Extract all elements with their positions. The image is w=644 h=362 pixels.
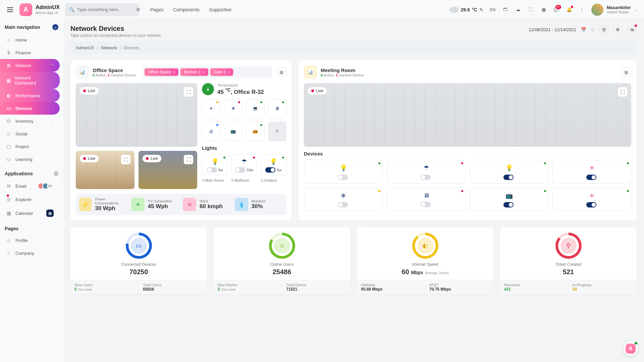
camera-office-main[interactable]: Live ⛶ [76,83,197,147]
camera-kitchen[interactable]: Live ⛶ [76,151,135,189]
device-tile-cast[interactable]: 📺 [224,122,243,141]
search-box[interactable]: 🔍 ⚙ [65,3,139,16]
fullscreen-icon[interactable]: ⛶ [528,6,534,13]
cart-icon[interactable]: 🛍 [627,25,637,34]
expand-icon[interactable]: ⛶ [184,155,193,164]
device-tile-fan[interactable]: ✳ [552,160,631,184]
sidebar-item-home[interactable]: ⌂Home› [0,34,60,46]
light-tile[interactable]: 💡9w [202,154,228,175]
device-tile-snow[interactable]: ❄ [304,188,383,212]
expand-icon[interactable]: ⛶ [121,155,130,164]
page-company[interactable]: ⌂Company⌄ [0,247,60,259]
device-tile-desktop[interactable]: 🖥 [268,99,287,118]
settings-gear-icon[interactable]: ⚙ [613,25,623,34]
sidebar-item-inventory[interactable]: ⛁Inventory⌄ [0,115,60,127]
hamburger-menu[interactable] [6,6,14,14]
crumb-root[interactable]: AdminUX [76,45,94,50]
device-toggle[interactable] [421,175,431,180]
device-toggle[interactable] [421,202,431,207]
sidebar-item-network[interactable]: ⊞Network⌃ [0,59,60,72]
nav-icon: ⊞ [6,63,11,68]
nav-icon: ▭ [6,106,11,111]
sidebar-item-social[interactable]: ☺Social⌄ [0,127,60,140]
camera-meeting[interactable]: Live ⛶ [304,83,631,147]
close-icon: × [228,70,230,74]
device-toggle[interactable] [503,202,514,207]
kebab-menu-icon[interactable]: ⋮ [579,6,585,13]
device-tile-bulb[interactable]: 💡 [304,160,383,184]
search-input[interactable] [77,7,133,12]
topnav-components[interactable]: Components [173,7,200,12]
sidebar-sub-performance[interactable]: ◐Performance› [0,89,60,102]
camera-gate[interactable]: Live ⛶ [139,151,197,189]
expand-icon[interactable]: ⛶ [184,87,193,97]
chip-gate[interactable]: Gate 2× [210,68,233,76]
sidebar-item-learning[interactable]: ▭Learning⌄ [0,153,60,166]
sidebar-item-project[interactable]: ▢Project⌄ [0,140,60,153]
device-tile-desktop[interactable]: 🖥 [387,188,466,212]
topnav-supportive[interactable]: Supportive [209,7,231,12]
filter-icon[interactable]: ⚙ [136,7,140,12]
device-tile-plus[interactable]: + [268,122,287,141]
cloud-download-icon[interactable]: ☁ [515,6,522,13]
device-toggle[interactable] [338,175,348,180]
device-toggle[interactable] [586,202,596,207]
device-toggle[interactable] [338,202,348,207]
device-tile-bulb[interactable]: 💡 [470,160,548,184]
app-label: Email [15,184,26,189]
weather-widget[interactable]: 29.6°C ✎ [449,7,483,13]
brand-block[interactable]: A AdminUX Admin App UI [19,3,60,16]
printer-icon: 🖨 [209,129,213,134]
funnel-icon[interactable]: ▽ [591,27,594,32]
calendar-icon[interactable]: 📅 [581,27,586,32]
app-explorer[interactable]: ◎Explorer› [0,193,60,206]
apps-grid-icon[interactable]: ▦ [540,6,547,13]
topnav-pages[interactable]: Pages [150,7,164,12]
bell-icon[interactable]: 🔔 [566,6,573,13]
device-tile-cast[interactable]: 📺 [470,188,548,212]
lang-button[interactable]: EN [489,6,496,13]
translate-icon[interactable]: 🗔 [502,6,509,13]
crumb-network[interactable]: Network [101,45,117,50]
light-toggle[interactable] [235,167,245,173]
app-calendar[interactable]: ▦Calendar▦ [0,206,60,221]
date-range[interactable]: 12/08/2021 - 12/14/2021 [529,27,576,32]
user-menu[interactable]: Maxartkiller United States ⌄ [591,4,638,16]
device-toggle[interactable] [503,175,514,180]
chip-kitchen[interactable]: Kitchen 1× [180,68,208,76]
device-tile-fan[interactable]: ✳ [202,99,221,118]
page-title: Network Devices [70,25,161,33]
messages-icon[interactable]: 💬9+ [553,6,560,13]
light-tile[interactable]: 💡9w [261,154,286,175]
user-chip-icon[interactable]: ☺ [52,24,58,30]
device-tile-lamp[interactable]: ☂ [387,160,466,184]
light-tile[interactable]: ☂18w [231,154,257,175]
app-icon: ◎ [6,197,11,202]
device-toggle[interactable] [586,175,596,180]
device-tile-printer[interactable]: 🖨 [202,122,221,141]
device-tile-radio[interactable]: 📻 [246,122,265,141]
nav-icon: ▦ [6,78,11,83]
expand-icon[interactable]: ⛶ [618,87,627,97]
sidebar-sub-network-dashboard[interactable]: ▦Network Dashboard› [0,72,60,89]
pencil-icon[interactable]: ✎ [479,7,483,12]
sidebar-item-finance[interactable]: $Finance⌄ [0,46,60,59]
support-icon[interactable]: ⦿ [599,25,608,34]
sidebar-item-label: Network [15,63,32,68]
metric-ring: ▭ [126,233,152,259]
light-toggle[interactable] [265,167,275,173]
floating-help-button[interactable]: A [623,341,638,356]
sidebar-item-label: Social [15,131,27,136]
device-tile-laptop[interactable]: 💻 [246,99,265,118]
light-toggle[interactable] [207,167,217,173]
layout-grid-icon[interactable]: ▦ [276,67,286,77]
sidebar-sub-devices[interactable]: ▭Devices› [0,102,60,115]
device-tile-fan[interactable]: ✳ [552,188,631,212]
sliders-icon[interactable]: ☰ [54,171,58,176]
layout-grid-icon[interactable]: ▦ [621,67,631,77]
chip-office[interactable]: Office Space× [145,68,178,76]
page-profile[interactable]: ☺Profile⌄ [0,234,60,247]
device-tile-snow[interactable]: ❄ [224,99,243,118]
cloud-icon [449,7,459,13]
app-email[interactable]: ✉Email9+ [0,179,60,193]
